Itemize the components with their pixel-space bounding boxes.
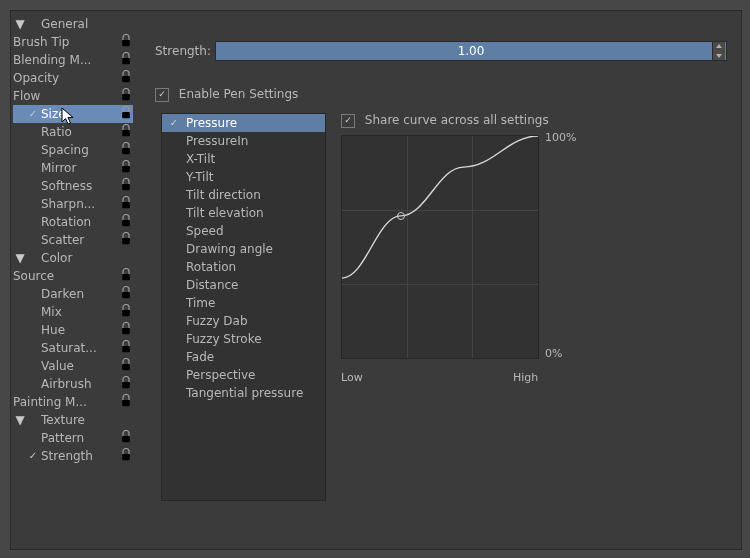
tree-item-rotation[interactable]: Rotation — [13, 213, 133, 231]
lock-icon — [121, 160, 131, 177]
svg-rect-19 — [122, 400, 130, 406]
sensor-tilt-direction[interactable]: Tilt direction — [162, 186, 325, 204]
strength-input[interactable]: 1.00 — [215, 41, 727, 61]
tree-item-brush-tip[interactable]: Brush Tip — [13, 33, 133, 51]
tree-group-general[interactable]: ▼General — [13, 15, 133, 33]
svg-rect-10 — [122, 220, 130, 226]
svg-rect-12 — [122, 274, 130, 280]
svg-rect-21 — [122, 454, 130, 460]
check-icon: ✓ — [341, 114, 355, 128]
tree-item-scatter[interactable]: Scatter — [13, 231, 133, 249]
tree-group-texture[interactable]: ▼Texture — [13, 411, 133, 429]
lock-icon — [121, 70, 131, 87]
sensor-fuzzy-dab[interactable]: Fuzzy Dab — [162, 312, 325, 330]
lock-icon — [121, 196, 131, 213]
svg-rect-11 — [122, 238, 130, 244]
check-icon: ✓ — [27, 447, 39, 465]
sensor-tilt-elevation[interactable]: Tilt elevation — [162, 204, 325, 222]
lock-icon — [121, 304, 131, 321]
strength-label: Strength: — [155, 44, 215, 58]
svg-rect-14 — [122, 310, 130, 316]
option-tree[interactable]: ▼GeneralBrush TipBlending M...OpacityFlo… — [13, 15, 133, 465]
share-curve-label: Share curve across all settings — [365, 113, 549, 127]
lock-icon — [121, 286, 131, 303]
tree-group-painting-m[interactable]: Painting M... — [13, 393, 133, 411]
tree-item-size[interactable]: ✓Size — [13, 105, 133, 123]
svg-rect-20 — [122, 436, 130, 442]
sensor-tangential-pressure[interactable]: Tangential pressure — [162, 384, 325, 402]
sensor-fuzzy-stroke[interactable]: Fuzzy Stroke — [162, 330, 325, 348]
sensor-rotation[interactable]: Rotation — [162, 258, 325, 276]
sensor-time[interactable]: Time — [162, 294, 325, 312]
svg-rect-1 — [122, 58, 130, 64]
tree-item-value[interactable]: Value — [13, 357, 133, 375]
tree-item-opacity[interactable]: Opacity — [13, 69, 133, 87]
tree-item-hue[interactable]: Hue — [13, 321, 133, 339]
tree-item-ratio[interactable]: Ratio — [13, 123, 133, 141]
svg-rect-18 — [122, 382, 130, 388]
lock-icon — [121, 88, 131, 105]
curve-editor[interactable] — [341, 135, 539, 359]
lock-icon — [121, 340, 131, 357]
curve-handle[interactable] — [397, 212, 405, 220]
tree-item-darken[interactable]: Darken — [13, 285, 133, 303]
svg-rect-0 — [122, 40, 130, 46]
svg-rect-4 — [122, 112, 130, 118]
arrow-down-icon: ▼ — [13, 15, 27, 33]
tree-item-mirror[interactable]: Mirror — [13, 159, 133, 177]
tree-item-source[interactable]: Source — [13, 267, 133, 285]
enable-pen-checkbox[interactable]: ✓ Enable Pen Settings — [155, 87, 298, 102]
brush-editor-panel: ▼GeneralBrush TipBlending M...OpacityFlo… — [0, 0, 750, 558]
sensor-distance[interactable]: Distance — [162, 276, 325, 294]
sensor-pressurein[interactable]: PressureIn — [162, 132, 325, 150]
sensor-x-tilt[interactable]: X-Tilt — [162, 150, 325, 168]
svg-rect-15 — [122, 328, 130, 334]
tree-item-pattern[interactable]: Pattern — [13, 429, 133, 447]
sensor-drawing-angle[interactable]: Drawing angle — [162, 240, 325, 258]
arrow-down-icon: ▼ — [13, 249, 27, 267]
lock-icon — [121, 322, 131, 339]
tree-item-blending-m[interactable]: Blending M... — [13, 51, 133, 69]
tree-item-strength[interactable]: ✓Strength — [13, 447, 133, 465]
strength-spin[interactable] — [712, 42, 725, 60]
sensor-pressure[interactable]: ✓Pressure — [162, 114, 325, 132]
tree-item-softness[interactable]: Softness — [13, 177, 133, 195]
svg-rect-2 — [122, 76, 130, 82]
arrow-down-icon: ▼ — [13, 411, 27, 429]
svg-rect-5 — [122, 130, 130, 136]
axis-y-top: 100% — [545, 131, 576, 144]
svg-rect-3 — [122, 94, 130, 100]
lock-icon — [121, 214, 131, 231]
lock-icon — [121, 430, 131, 447]
check-icon: ✓ — [27, 105, 39, 123]
panel-frame: ▼GeneralBrush TipBlending M...OpacityFlo… — [10, 10, 742, 550]
tree-group-color[interactable]: ▼Color — [13, 249, 133, 267]
svg-rect-8 — [122, 184, 130, 190]
right-pane: Strength: 1.00 ✓ Enable Pen Settings ✓ S… — [141, 11, 741, 549]
sensor-perspective[interactable]: Perspective — [162, 366, 325, 384]
axis-x-low: Low — [341, 371, 363, 384]
sensor-y-tilt[interactable]: Y-Tilt — [162, 168, 325, 186]
lock-icon — [121, 124, 131, 141]
svg-rect-13 — [122, 292, 130, 298]
svg-rect-16 — [122, 346, 130, 352]
lock-icon — [121, 394, 131, 411]
lock-icon — [121, 142, 131, 159]
tree-item-saturat[interactable]: Saturat... — [13, 339, 133, 357]
enable-pen-label: Enable Pen Settings — [179, 87, 299, 101]
svg-rect-9 — [122, 202, 130, 208]
check-icon: ✓ — [168, 114, 180, 132]
tree-item-flow[interactable]: Flow — [13, 87, 133, 105]
share-curve-checkbox[interactable]: ✓ Share curve across all settings — [341, 113, 549, 128]
sensor-fade[interactable]: Fade — [162, 348, 325, 366]
tree-item-sharpn[interactable]: Sharpn... — [13, 195, 133, 213]
sensor-speed[interactable]: Speed — [162, 222, 325, 240]
tree-item-spacing[interactable]: Spacing — [13, 141, 133, 159]
tree-item-airbrush[interactable]: Airbrush — [13, 375, 133, 393]
sensor-list[interactable]: ✓PressurePressureInX-TiltY-TiltTilt dire… — [161, 113, 326, 501]
axis-x-high: High — [513, 371, 538, 384]
svg-rect-17 — [122, 364, 130, 370]
axis-y-bottom: 0% — [545, 347, 562, 360]
tree-item-mix[interactable]: Mix — [13, 303, 133, 321]
lock-icon — [121, 34, 131, 51]
